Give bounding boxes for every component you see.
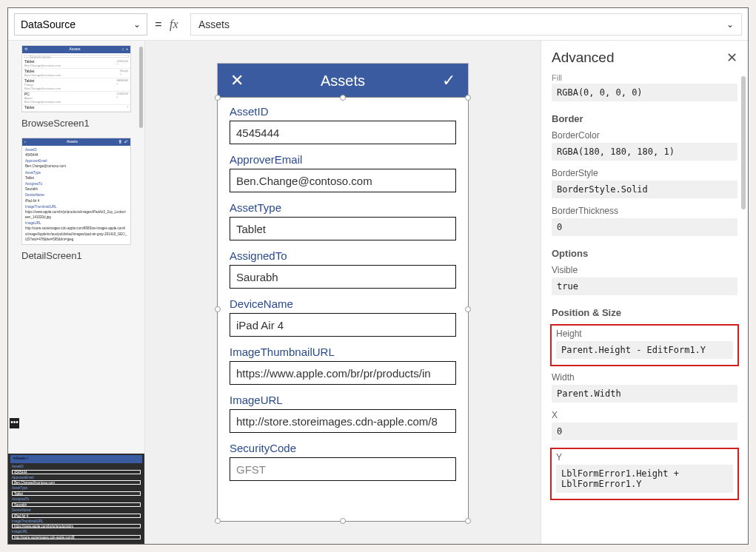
list-item: TabletBen.Change@contoso.com4545444› bbox=[22, 59, 130, 69]
fx-icon[interactable]: fx bbox=[170, 18, 184, 31]
prop-label: Y bbox=[556, 452, 733, 462]
prop-label: Height bbox=[556, 329, 733, 339]
prop-value-height[interactable]: Parent.Height - EditForm1.Y bbox=[556, 341, 733, 359]
advanced-header: Advanced ✕ bbox=[541, 41, 748, 73]
selection-handle[interactable] bbox=[215, 95, 221, 101]
form-field: AssetTypeTablet bbox=[230, 201, 456, 240]
field-input[interactable]: https://www.apple.com/br/pr/products/in bbox=[230, 361, 456, 385]
selection-handle[interactable] bbox=[340, 95, 346, 101]
prop-value-x[interactable]: 0 bbox=[552, 423, 737, 440]
highlight-y: Y LblFormError1.Height + LblFormError1.Y bbox=[550, 448, 739, 500]
prop-label: X bbox=[552, 410, 737, 420]
app-frame: DataSource ⌄ = fx Assets ⌄ ⟲Assets↕ + ⌕ … bbox=[7, 7, 749, 545]
close-icon[interactable]: ✕ bbox=[726, 50, 737, 66]
formula-input[interactable]: Assets ⌄ bbox=[190, 13, 742, 36]
field-label: AssignedTo bbox=[230, 249, 456, 262]
thumb-caption: BrowseScreen1 bbox=[21, 118, 131, 129]
section-position-size: Position & Size bbox=[552, 307, 737, 318]
section-options: Options bbox=[552, 248, 737, 259]
field-input[interactable]: Tablet bbox=[230, 217, 456, 240]
prop-label: Visible bbox=[552, 265, 737, 275]
property-dropdown[interactable]: DataSource ⌄ bbox=[14, 13, 147, 36]
highlight-height: Height Parent.Height - EditForm1.Y bbox=[550, 324, 739, 366]
tree-item-detail[interactable]: ‹Assets🗑 🖉 AssetID4545444ApproverEmailBe… bbox=[8, 138, 144, 264]
prop-label: BorderStyle bbox=[552, 168, 737, 178]
form-field: DeviceNameiPad Air 4 bbox=[230, 297, 456, 337]
canvas[interactable]: ✕ Assets ✓ AssetID4545444ApproverEmailBe… bbox=[145, 41, 541, 544]
field-label: ApproverEmail bbox=[230, 153, 456, 166]
field-input[interactable]: 4545444 bbox=[230, 121, 456, 144]
formula-text: Assets bbox=[198, 18, 230, 30]
prop-value-bordercolor[interactable]: RGBA(180, 180, 180, 1) bbox=[552, 143, 737, 161]
list-item: PCAaronBen.Change@contoso.com1234509› bbox=[22, 92, 130, 105]
form-field: ImageThumbnailURLhttps://www.apple.com/b… bbox=[230, 346, 456, 385]
property-name: DataSource bbox=[21, 18, 76, 30]
cancel-icon[interactable]: ✕ bbox=[228, 71, 246, 90]
scrollbar[interactable] bbox=[741, 76, 746, 209]
tree-panel: ⟲Assets↕ + ⌕ Search items TabletBen.Chan… bbox=[8, 41, 145, 544]
field-label: AssetType bbox=[230, 201, 456, 214]
selection-handle[interactable] bbox=[215, 306, 221, 312]
form-header: ✕ Assets ✓ bbox=[218, 64, 468, 98]
prop-value-y[interactable]: LblFormError1.Height + LblFormError1.Y bbox=[556, 465, 733, 493]
prop-value-borderthickness[interactable]: 0 bbox=[552, 218, 737, 236]
submit-icon[interactable]: ✓ bbox=[440, 71, 458, 90]
advanced-title: Advanced bbox=[552, 50, 615, 66]
prop-value-fill[interactable]: RGBA(0, 0, 0, 0) bbox=[552, 84, 737, 101]
phone-preview: ✕ Assets ✓ AssetID4545444ApproverEmailBe… bbox=[217, 63, 469, 522]
field-input[interactable]: Saurabh bbox=[230, 265, 456, 289]
field-label: AssetID bbox=[230, 105, 456, 118]
tree-item-browse[interactable]: ⟲Assets↕ + ⌕ Search items TabletBen.Chan… bbox=[8, 45, 144, 132]
form-field: AssignedToSaurabh bbox=[230, 249, 456, 289]
thumb-caption: DetailScreen1 bbox=[21, 250, 131, 261]
field-input[interactable]: iPad Air 4 bbox=[230, 313, 456, 337]
prop-label: BorderThickness bbox=[552, 206, 737, 216]
thumb-edit-screen: ✕Assets✓ AssetID4545444ApproverEmailBen.… bbox=[10, 455, 142, 539]
chevron-down-icon[interactable]: ⌄ bbox=[726, 19, 734, 30]
formula-bar: DataSource ⌄ = fx Assets ⌄ bbox=[8, 8, 748, 41]
prop-label: Fill bbox=[552, 73, 737, 82]
selection-handle[interactable] bbox=[340, 518, 346, 524]
selection-handle[interactable] bbox=[465, 95, 471, 101]
list-item: TabletPratapBen.Change@contoso.com889898… bbox=[22, 78, 130, 92]
field-input[interactable]: http://store.storeimages.cdn-apple.com/8 bbox=[230, 409, 456, 433]
section-border: Border bbox=[552, 113, 737, 124]
field-label: ImageThumbnailURL bbox=[230, 346, 456, 358]
selection-handle[interactable] bbox=[465, 306, 471, 312]
edit-form[interactable]: AssetID4545444ApproverEmailBen.Change@co… bbox=[217, 97, 469, 522]
thumb-detail-screen: ‹Assets🗑 🖉 AssetID4545444ApproverEmailBe… bbox=[21, 138, 131, 245]
field-label: DeviceName bbox=[230, 297, 456, 310]
more-menu-icon[interactable]: ••• bbox=[10, 418, 19, 428]
prop-label: BorderColor bbox=[552, 130, 737, 141]
tree-item-edit-selected[interactable]: ✕Assets✓ AssetID4545444ApproverEmailBen.… bbox=[8, 454, 144, 544]
prop-label: Width bbox=[552, 372, 737, 383]
advanced-body: Fill RGBA(0, 0, 0, 0) Border BorderColor… bbox=[541, 73, 748, 544]
main-area: ⟲Assets↕ + ⌕ Search items TabletBen.Chan… bbox=[8, 41, 748, 544]
field-input[interactable]: GFST bbox=[230, 457, 456, 481]
field-label: ImageURL bbox=[230, 394, 456, 406]
prop-value-visible[interactable]: true bbox=[552, 277, 737, 295]
form-field: AssetID4545444 bbox=[230, 105, 456, 144]
list-item: TabletBen.Change@contoso.comBergh› bbox=[22, 69, 130, 78]
form-title: Assets bbox=[246, 73, 440, 90]
field-label: SecurityCode bbox=[230, 442, 456, 454]
advanced-panel: Advanced ✕ Fill RGBA(0, 0, 0, 0) Border … bbox=[541, 41, 748, 544]
form-field: ImageURLhttp://store.storeimages.cdn-app… bbox=[230, 394, 456, 433]
prop-value-borderstyle[interactable]: BorderStyle.Solid bbox=[552, 181, 737, 198]
equals-divider: = bbox=[153, 18, 164, 31]
selection-handle[interactable] bbox=[215, 518, 221, 524]
field-input[interactable]: Ben.Change@contoso.com bbox=[230, 169, 456, 192]
form-field: ApproverEmailBen.Change@contoso.com bbox=[230, 153, 456, 192]
thumb-browse-screen: ⟲Assets↕ + ⌕ Search items TabletBen.Chan… bbox=[21, 45, 131, 112]
selection-handle[interactable] bbox=[465, 518, 471, 524]
chevron-down-icon: ⌄ bbox=[133, 19, 141, 30]
form-field: SecurityCodeGFST bbox=[230, 442, 456, 481]
scrollbar[interactable] bbox=[139, 47, 143, 128]
list-item: Tablet› bbox=[22, 105, 130, 112]
prop-value-width[interactable]: Parent.Width bbox=[552, 385, 737, 403]
